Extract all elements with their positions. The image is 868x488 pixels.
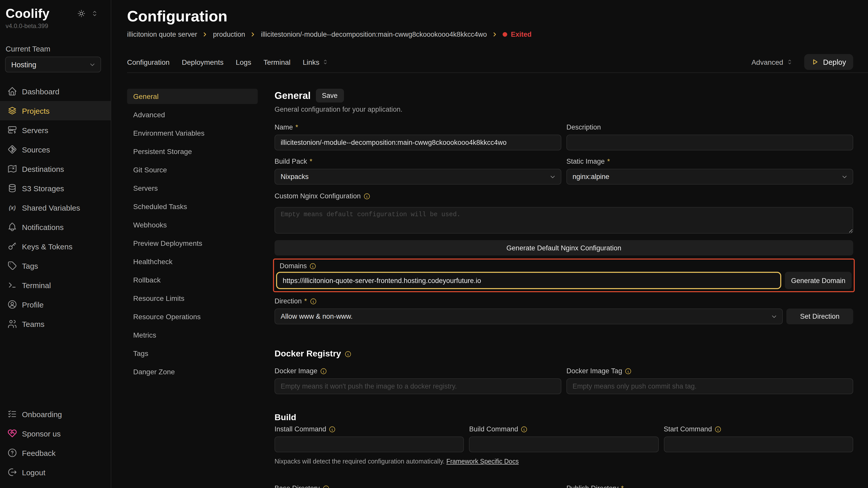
breadcrumb-environment[interactable]: production bbox=[213, 31, 245, 38]
config-nav-servers[interactable]: Servers bbox=[127, 181, 258, 196]
theme-sun-icon[interactable] bbox=[77, 9, 86, 18]
config-nav-healthcheck[interactable]: Healthcheck bbox=[127, 254, 258, 269]
install-command-label: Install Command bbox=[275, 425, 464, 433]
static-image-label: Static Image* bbox=[566, 158, 853, 165]
config-nav-webhooks[interactable]: Webhooks bbox=[127, 217, 258, 232]
config-nav-persistent-storage[interactable]: Persistent Storage bbox=[127, 144, 258, 159]
start-command-label: Start Command bbox=[663, 425, 853, 433]
team-select[interactable]: Hosting bbox=[5, 57, 101, 72]
build-pack-select[interactable]: Nixpacks bbox=[275, 169, 561, 185]
layers-icon bbox=[7, 105, 17, 116]
config-nav-metrics[interactable]: Metrics bbox=[127, 327, 258, 343]
generate-domain-button[interactable]: Generate Domain bbox=[785, 272, 852, 289]
current-team-label: Current Team bbox=[6, 45, 111, 53]
sidebar-item-feedback[interactable]: Feedback bbox=[0, 443, 111, 462]
sidebar-item-label: Servers bbox=[22, 126, 48, 134]
page-title: Configuration bbox=[127, 7, 868, 26]
advanced-dropdown[interactable]: Advanced bbox=[751, 58, 793, 66]
sidebar-item-sources[interactable]: Sources bbox=[0, 140, 111, 159]
app-version: v4.0.0-beta.399 bbox=[6, 23, 111, 30]
config-nav-preview-deployments[interactable]: Preview Deployments bbox=[127, 236, 258, 251]
sidebar-item-shared-variables[interactable]: (x) Shared Variables bbox=[0, 198, 111, 217]
static-image-value: nginx:alpine bbox=[572, 173, 609, 181]
config-nav-git-source[interactable]: Git Source bbox=[127, 162, 258, 177]
sidebar-item-teams[interactable]: Teams bbox=[0, 314, 111, 333]
sidebar-item-label: Dashboard bbox=[22, 87, 59, 96]
sidebar-item-onboarding[interactable]: Onboarding bbox=[0, 404, 111, 424]
generate-nginx-button[interactable]: Generate Default Nginx Configuration bbox=[275, 240, 853, 256]
config-nav-environment-variables[interactable]: Environment Variables bbox=[127, 125, 258, 141]
static-image-select[interactable]: nginx:alpine bbox=[566, 169, 853, 185]
name-label: Name* bbox=[275, 123, 561, 131]
sidebar-item-destinations[interactable]: Destinations bbox=[0, 159, 111, 178]
set-direction-button[interactable]: Set Direction bbox=[786, 308, 853, 324]
sidebar-item-terminal[interactable]: Terminal bbox=[0, 275, 111, 295]
config-nav-general[interactable]: General bbox=[127, 89, 258, 104]
tab-links[interactable]: Links bbox=[303, 58, 329, 66]
breadcrumb-project[interactable]: illicitonion quote server bbox=[127, 31, 197, 38]
theme-selector-icon[interactable] bbox=[91, 10, 98, 17]
sidebar-item-projects[interactable]: Projects bbox=[0, 101, 111, 120]
bell-icon bbox=[7, 222, 17, 232]
info-icon bbox=[521, 426, 528, 433]
chevron-down-icon bbox=[549, 173, 556, 180]
direction-select[interactable]: Allow www & non-www. bbox=[275, 308, 783, 324]
sidebar-item-label: S3 Storages bbox=[22, 184, 64, 193]
sidebar-item-logout[interactable]: Logout bbox=[0, 462, 111, 482]
tab-logs[interactable]: Logs bbox=[236, 58, 251, 66]
sidebar-item-servers[interactable]: Servers bbox=[0, 120, 111, 140]
config-nav-resource-limits[interactable]: Resource Limits bbox=[127, 291, 258, 306]
sidebar-item-tags[interactable]: Tags bbox=[0, 256, 111, 275]
chevron-right-icon bbox=[202, 31, 209, 38]
info-icon bbox=[329, 426, 336, 433]
domains-highlight-box: Domains Generate Domain bbox=[273, 259, 855, 292]
app-root: Coolify v4.0.0-beta.399 Current Team Hos… bbox=[0, 0, 868, 488]
custom-nginx-textarea[interactable] bbox=[275, 207, 853, 233]
tab-configuration[interactable]: Configuration bbox=[127, 58, 170, 66]
tab-links-label: Links bbox=[303, 58, 319, 66]
server-icon bbox=[7, 125, 17, 135]
sidebar-item-label: Tags bbox=[22, 261, 38, 270]
sidebar-item-label: Shared Variables bbox=[22, 203, 80, 212]
start-command-input[interactable] bbox=[663, 436, 853, 452]
docker-image-tag-input[interactable] bbox=[566, 378, 853, 394]
config-nav-tags[interactable]: Tags bbox=[127, 346, 258, 361]
save-button[interactable]: Save bbox=[316, 89, 344, 102]
sidebar-item-keys-tokens[interactable]: Keys & Tokens bbox=[0, 237, 111, 256]
required-asterisk: * bbox=[304, 297, 307, 305]
config-nav-advanced[interactable]: Advanced bbox=[127, 107, 258, 122]
deploy-button[interactable]: Deploy bbox=[804, 54, 853, 70]
config-nav-scheduled-tasks[interactable]: Scheduled Tasks bbox=[127, 199, 258, 214]
tag-icon bbox=[7, 261, 17, 271]
config-nav-danger-zone[interactable]: Danger Zone bbox=[127, 364, 258, 379]
domains-label: Domains bbox=[276, 262, 852, 270]
name-input[interactable] bbox=[275, 135, 561, 151]
domains-input[interactable] bbox=[276, 272, 781, 289]
terminal-icon bbox=[7, 280, 17, 290]
sidebar-item-dashboard[interactable]: Dashboard bbox=[0, 82, 111, 101]
sidebar-item-notifications[interactable]: Notifications bbox=[0, 217, 111, 237]
info-icon bbox=[625, 367, 632, 375]
checklist-icon bbox=[7, 409, 17, 419]
tab-terminal[interactable]: Terminal bbox=[264, 58, 290, 66]
sidebar-item-sponsor[interactable]: Sponsor us bbox=[0, 424, 111, 443]
breadcrumb-application[interactable]: illicitestonion/-module--decomposition:m… bbox=[261, 31, 487, 38]
build-command-input[interactable] bbox=[469, 436, 659, 452]
sidebar-item-label: Profile bbox=[22, 300, 43, 309]
framework-docs-link[interactable]: Framework Specific Docs bbox=[446, 458, 519, 465]
info-icon bbox=[714, 426, 721, 433]
info-icon bbox=[309, 262, 317, 269]
sidebar-item-profile[interactable]: Profile bbox=[0, 295, 111, 314]
install-command-input[interactable] bbox=[275, 436, 464, 452]
publish-directory-label: Publish Directory* bbox=[566, 484, 853, 488]
config-nav-resource-operations[interactable]: Resource Operations bbox=[127, 309, 258, 324]
sidebar-item-s3-storages[interactable]: S3 Storages bbox=[0, 178, 111, 198]
description-label: Description bbox=[566, 123, 853, 131]
docker-image-input[interactable] bbox=[275, 378, 561, 394]
info-icon bbox=[345, 350, 352, 358]
config-nav-rollback[interactable]: Rollback bbox=[127, 272, 258, 288]
description-input[interactable] bbox=[566, 135, 853, 151]
required-asterisk: * bbox=[296, 123, 298, 131]
sidebar-spacer bbox=[0, 333, 111, 395]
tab-deployments[interactable]: Deployments bbox=[182, 58, 223, 66]
